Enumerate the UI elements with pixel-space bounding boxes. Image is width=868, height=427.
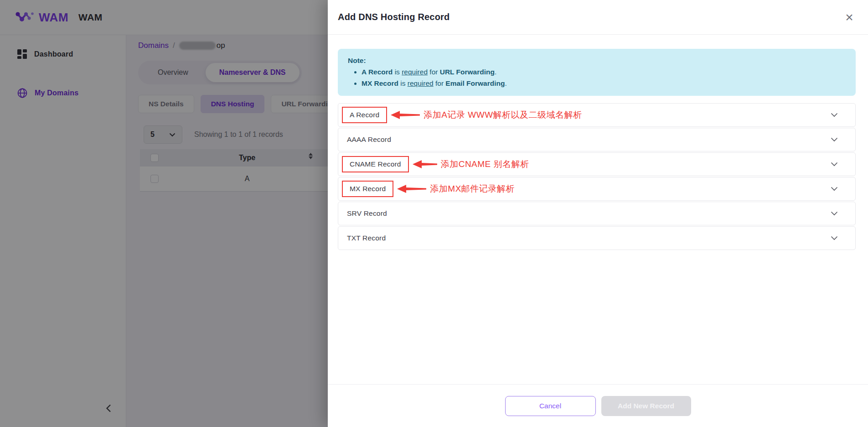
note-label: Note: <box>348 55 847 66</box>
cancel-button[interactable]: Cancel <box>505 396 596 416</box>
red-annotation-box: MX Record <box>342 181 393 197</box>
red-arrow-left-icon <box>397 184 426 193</box>
modal-footer: Cancel Add New Record <box>328 384 868 427</box>
accordion-item-a-record[interactable]: A Record 添加A记录 WWW解析以及二级域名解析 <box>338 103 856 127</box>
record-label: AAAA Record <box>347 135 391 144</box>
chevron-down-icon <box>831 185 838 193</box>
chevron-down-icon <box>831 234 838 242</box>
red-arrow-left-icon <box>391 110 420 120</box>
modal-title: Add DNS Hosting Record <box>338 12 450 22</box>
annotation: 添加MX邮件记录解析 <box>397 183 515 195</box>
accordion-item-mx-record[interactable]: MX Record 添加MX邮件记录解析 <box>338 177 856 201</box>
annotation: 添加A记录 WWW解析以及二级域名解析 <box>391 109 582 121</box>
record-label: SRV Record <box>347 209 387 218</box>
record-label: A Record <box>350 111 379 119</box>
accordion-item-cname-record[interactable]: CNAME Record 添加CNAME 别名解析 <box>338 152 856 176</box>
accordion-item-srv-record[interactable]: SRV Record <box>338 202 856 225</box>
annotation: 添加CNAME 别名解析 <box>413 158 529 170</box>
record-label: CNAME Record <box>350 160 401 168</box>
chevron-down-icon <box>831 209 838 218</box>
note-callout: Note: A Record is required for URL Forwa… <box>338 49 856 96</box>
accordion-item-txt-record[interactable]: TXT Record <box>338 226 856 250</box>
note-bullet-list: A Record is required for URL Forwarding.… <box>362 66 847 89</box>
close-icon[interactable]: × <box>842 10 857 25</box>
annotation-text: 添加MX邮件记录解析 <box>430 183 515 195</box>
add-dns-record-modal: Add DNS Hosting Record × Note: A Record … <box>328 0 868 427</box>
add-new-record-button[interactable]: Add New Record <box>601 396 691 416</box>
note-bullet: A Record is required for URL Forwarding. <box>362 66 847 78</box>
annotation-text: 添加CNAME 别名解析 <box>441 158 529 170</box>
accordion-item-aaaa-record[interactable]: AAAA Record <box>338 128 856 151</box>
chevron-down-icon <box>831 160 838 168</box>
modal-header: Add DNS Hosting Record × <box>328 0 868 35</box>
chevron-down-icon <box>831 111 838 119</box>
red-arrow-left-icon <box>413 160 437 169</box>
annotation-text: 添加A记录 WWW解析以及二级域名解析 <box>424 109 582 121</box>
record-label: TXT Record <box>347 234 386 242</box>
chevron-down-icon <box>831 135 838 144</box>
red-annotation-box: CNAME Record <box>342 156 409 172</box>
note-bullet: MX Record is required for Email Forwardi… <box>362 78 847 89</box>
red-annotation-box: A Record <box>342 107 387 123</box>
record-type-accordion: A Record 添加A记录 WWW解析以及二级域名解析 AAAA Record… <box>338 103 856 250</box>
record-label: MX Record <box>350 185 386 193</box>
